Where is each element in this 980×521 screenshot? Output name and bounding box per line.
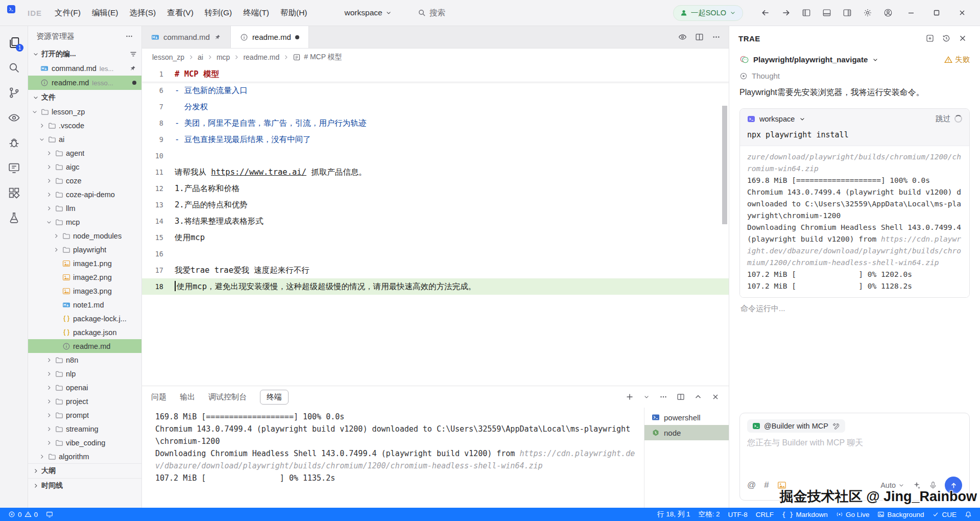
tree-item-agent[interactable]: agent	[28, 146, 141, 160]
menu-item[interactable]: 编辑(E)	[86, 5, 124, 21]
close-panel-icon[interactable]	[711, 393, 720, 401]
agent-chip[interactable]: @Builder with MCP	[747, 419, 845, 433]
tree-item-playwright[interactable]: playwright	[28, 243, 141, 256]
extensions-activity-button[interactable]	[4, 182, 24, 203]
outline-header[interactable]: 大纲	[28, 463, 141, 478]
source-control-activity-button[interactable]	[4, 82, 24, 103]
status-notifications[interactable]	[961, 508, 976, 521]
editor-more-icon[interactable]	[712, 33, 721, 41]
debug-activity-button[interactable]	[4, 132, 24, 153]
thought-row[interactable]: Thought	[729, 66, 980, 82]
terminal-dropdown-icon[interactable]	[643, 394, 650, 400]
tree-item-project[interactable]: project	[28, 394, 141, 408]
tree-item-package-lock.j...[interactable]: package-lock.j...	[28, 312, 141, 325]
search-activity-button[interactable]	[4, 57, 24, 78]
tab-readme.md[interactable]: readme.md	[231, 26, 309, 48]
status-problems[interactable]: 0 0	[4, 508, 42, 521]
open-editor-readme.md[interactable]: readme.mdlesso...	[28, 76, 141, 90]
timeline-header[interactable]: 时间线	[28, 478, 141, 493]
panel-tab-输出[interactable]: 输出	[180, 392, 195, 402]
tree-item-vibe_coding[interactable]: vibe_coding	[28, 436, 141, 449]
breadcrumb-item[interactable]: mcp	[217, 53, 230, 61]
tree-item-readme.md[interactable]: readme.md	[28, 339, 141, 353]
menu-item[interactable]: 查看(V)	[161, 5, 199, 21]
tree-item-nlp[interactable]: nlp	[28, 367, 141, 381]
status-indentation[interactable]: 空格: 2	[695, 508, 724, 521]
tree-item-image1.png[interactable]: image1.png	[28, 256, 141, 270]
toggle-panel-button[interactable]	[819, 5, 835, 20]
global-search[interactable]: 搜索	[418, 8, 445, 18]
tree-item-coze-api-demo[interactable]: coze-api-demo	[28, 187, 141, 201]
tree-item-ai[interactable]: ai	[28, 132, 141, 146]
files-header[interactable]: 文件	[28, 90, 141, 105]
tree-item-package.json[interactable]: package.json	[28, 325, 141, 339]
panel-more-icon[interactable]	[659, 393, 667, 401]
app-logo[interactable]	[7, 5, 22, 20]
tree-item-openai[interactable]: openai	[28, 381, 141, 394]
skip-button[interactable]: 跳过	[936, 114, 950, 124]
status-eol[interactable]: CRLF	[752, 508, 778, 521]
editor-scrollbar[interactable]	[722, 106, 727, 224]
maximize-button[interactable]	[926, 4, 947, 21]
status-language[interactable]: { } Markdown	[778, 508, 832, 521]
nav-forward-button[interactable]	[778, 5, 794, 20]
breadcrumb-item[interactable]: lesson_zp	[152, 53, 184, 61]
hash-icon[interactable]: #	[764, 480, 769, 490]
tree-item-lesson_zp[interactable]: lesson_zp	[28, 105, 141, 119]
maximize-panel-icon[interactable]	[694, 393, 702, 401]
terminal-session-powershell[interactable]: powershell	[644, 410, 729, 425]
account-button[interactable]	[880, 5, 896, 20]
workspace-switcher[interactable]: workspace	[345, 8, 392, 17]
filter-icon[interactable]	[129, 50, 137, 58]
tree-item-image2.png[interactable]: image2.png	[28, 270, 141, 284]
status-go-live[interactable]: Go Live	[832, 508, 874, 521]
breadcrumb-item[interactable]: readme.md	[243, 53, 279, 61]
split-editor-icon[interactable]	[695, 33, 704, 41]
more-actions-icon[interactable]	[125, 32, 133, 40]
history-icon[interactable]	[938, 31, 954, 46]
tree-item-note1.md[interactable]: note1.md	[28, 298, 141, 312]
tree-item-image3.png[interactable]: image3.png	[28, 284, 141, 298]
panel-tab-调试控制台[interactable]: 调试控制台	[208, 392, 247, 402]
status-cursor-position[interactable]: 行 18, 列 1	[653, 508, 695, 521]
menu-item[interactable]: 选择(S)	[124, 5, 161, 21]
new-chat-icon[interactable]	[922, 31, 938, 46]
status-remote[interactable]	[42, 508, 57, 521]
tree-item-aigc[interactable]: aigc	[28, 160, 141, 174]
chat-activity-button[interactable]	[4, 157, 24, 178]
tool-call-row[interactable]: Playwright/playwright_navigate 失败	[729, 51, 980, 66]
tree-item-llm[interactable]: llm	[28, 201, 141, 215]
menu-item[interactable]: 文件(F)	[49, 5, 86, 21]
window-close-button[interactable]	[951, 4, 973, 21]
terminal-session-node[interactable]: node	[644, 425, 729, 440]
preview-activity-button[interactable]	[4, 107, 24, 128]
assistant-close-icon[interactable]	[954, 31, 971, 46]
preview-icon[interactable]	[678, 33, 687, 41]
status-cue[interactable]: CUE	[928, 508, 961, 521]
open-editors-header[interactable]: 打开的编...	[28, 46, 141, 61]
breadcrumb-symbol[interactable]: # MCP 模型	[304, 53, 342, 62]
chat-input[interactable]: 您正在与 Builder with MCP 聊天	[747, 438, 962, 471]
open-editor-command.md[interactable]: command.mdles...	[28, 61, 141, 76]
status-background[interactable]: Background	[873, 508, 928, 521]
tree-item-coze[interactable]: coze	[28, 174, 141, 187]
terminal-host-label[interactable]: workspace	[759, 115, 795, 123]
menu-item[interactable]: 终端(T)	[237, 5, 275, 21]
explorer-activity-button[interactable]: 1	[4, 32, 24, 53]
settings-button[interactable]	[859, 5, 876, 20]
split-terminal-icon[interactable]	[677, 393, 685, 401]
tree-item-.vscode[interactable]: .vscode	[28, 119, 141, 132]
tree-item-algorithm[interactable]: algorithm	[28, 449, 141, 463]
nav-back-button[interactable]	[757, 5, 774, 20]
terminal-output[interactable]: 169.8 MiB [===================] 100% 0.0…	[142, 408, 644, 508]
lab-activity-button[interactable]	[4, 207, 24, 228]
minimize-button[interactable]	[900, 4, 922, 21]
tab-command.md[interactable]: command.md	[142, 26, 231, 48]
togg​le-sidebar-button[interactable]	[798, 5, 815, 20]
tree-item-streaming[interactable]: streaming	[28, 422, 141, 436]
solo-button[interactable]: 一起SOLO	[673, 5, 743, 21]
tree-item-mcp[interactable]: mcp	[28, 215, 141, 229]
tree-item-n8n[interactable]: n8n	[28, 353, 141, 367]
menu-item[interactable]: 帮助(H)	[275, 5, 313, 21]
breadcrumb-item[interactable]: ai	[198, 53, 203, 61]
